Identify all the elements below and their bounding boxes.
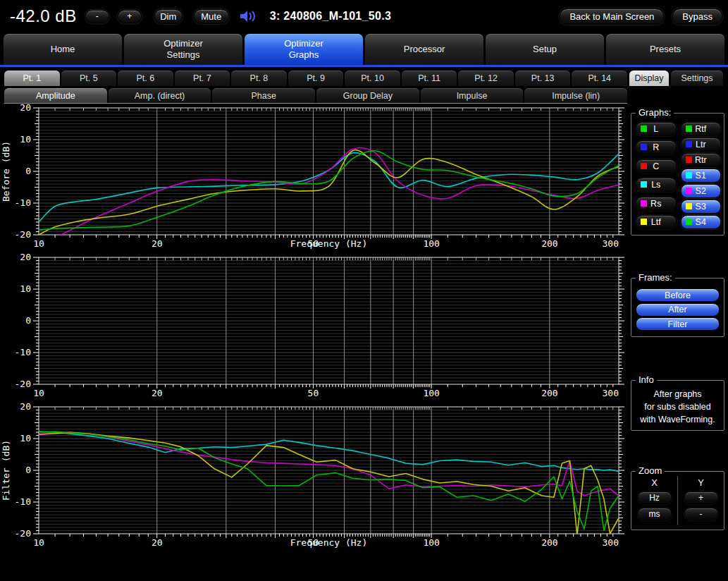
tab-optimizer-settings[interactable]: Optimizer Settings [124, 34, 242, 65]
frames-section: Frames: BeforeAfterFilter [631, 278, 724, 337]
tab-impulse-lin[interactable]: Impulse (lin) [524, 88, 627, 103]
tab-optimizer-graphs[interactable]: Optimizer Graphs [245, 34, 363, 65]
channel-label: S1 [696, 171, 706, 181]
info-line: After graphs [633, 388, 722, 400]
tab-amp-direct[interactable]: Amp. (direct) [109, 88, 211, 103]
top-bar: -42.0 dB - + Dim Mute 3: 240806_M-101_50… [0, 0, 728, 32]
channel-button-r[interactable]: R [636, 140, 677, 154]
graphs-section-title: Graphs: [636, 107, 674, 118]
channel-color-swatch [641, 144, 647, 150]
dim-button[interactable]: Dim [154, 9, 183, 24]
volume-up-button[interactable]: + [118, 10, 142, 23]
tab-home[interactable]: Home [4, 34, 122, 65]
tab-setup[interactable]: Setup [486, 34, 604, 65]
zoom-x-hz-button[interactable]: Hz [638, 491, 672, 504]
zoom-y-column: Y + - [677, 476, 724, 525]
channel-button-ltf[interactable]: Ltf [636, 215, 677, 229]
bypass-button[interactable]: Bypass [672, 8, 722, 25]
channel-label: Rtf [695, 124, 706, 134]
channel-button-l[interactable]: L [636, 122, 677, 136]
channel-button-rtr[interactable]: Rtr [681, 153, 722, 167]
svg-text:-20: -20 [15, 379, 31, 389]
frame-button-after[interactable]: After [636, 303, 720, 317]
channel-button-rtf[interactable]: Rtf [681, 122, 722, 136]
svg-text:300: 300 [603, 238, 619, 249]
svg-text:300: 300 [603, 388, 619, 398]
info-line: for subs disabled [633, 400, 722, 413]
zoom-y-label: Y [698, 477, 704, 488]
tab-pt-1[interactable]: Pt. 1 [4, 71, 60, 86]
svg-text:10: 10 [20, 134, 31, 145]
channel-label: R [653, 142, 659, 152]
tab-group-delay[interactable]: Group Delay [316, 88, 419, 103]
sidebar: Graphs: LRCLsRsLtf RtfLtrRtrS1S2S3S4 Fra… [629, 106, 726, 557]
channel-button-ltr[interactable]: Ltr [681, 137, 722, 152]
svg-text:100: 100 [423, 537, 439, 548]
zoom-y-plus-button[interactable]: + [684, 491, 718, 504]
tab-processor[interactable]: Processor [365, 34, 483, 65]
tab-pt-9[interactable]: Pt. 9 [288, 71, 344, 86]
volume-down-button[interactable]: - [85, 10, 109, 23]
frame-button-filter[interactable]: Filter [636, 317, 720, 331]
svg-text:Frequency (Hz): Frequency (Hz) [290, 238, 368, 249]
before-graph: -20-1001020Before (dB)102050100200300Fre… [0, 104, 627, 254]
tab-amplitude[interactable]: Amplitude [4, 88, 107, 103]
tab-impulse[interactable]: Impulse [421, 88, 524, 103]
svg-text:10: 10 [20, 283, 31, 294]
channel-button-rs[interactable]: Rs [636, 197, 677, 211]
frame-button-before[interactable]: Before [636, 288, 720, 302]
channel-column-left: LRCLsRsLtf [636, 122, 677, 229]
channel-button-s1[interactable]: S1 [681, 169, 722, 183]
channel-button-s3[interactable]: S3 [681, 200, 722, 214]
svg-text:Before (dB): Before (dB) [1, 141, 11, 202]
svg-text:-10: -10 [15, 197, 31, 208]
tab-pt-11[interactable]: Pt. 11 [402, 71, 457, 86]
after-graph: -20-1001020102050100200300 [0, 254, 627, 403]
tab-pt-14[interactable]: Pt. 14 [572, 71, 627, 86]
channel-label: S3 [696, 202, 706, 212]
zoom-section: Zoom X Hz ms Y + - [631, 471, 724, 530]
svg-text:20: 20 [152, 238, 163, 249]
channel-color-swatch [686, 188, 692, 194]
svg-text:20: 20 [20, 403, 31, 412]
tab-pt-5[interactable]: Pt. 5 [61, 71, 117, 86]
tab-pt-10[interactable]: Pt. 10 [345, 71, 400, 86]
mute-button[interactable]: Mute [194, 9, 229, 24]
channel-color-swatch [686, 203, 692, 209]
tab-presets[interactable]: Presets [606, 34, 724, 65]
tab-settings[interactable]: Settings [671, 71, 723, 86]
channel-label: Ls [651, 180, 660, 190]
channel-button-s2[interactable]: S2 [681, 184, 722, 198]
zoom-y-minus-button[interactable]: - [684, 508, 718, 520]
graphs-section: Graphs: LRCLsRsLtf RtfLtrRtrS1S2S3S4 [631, 113, 724, 236]
channel-label: Rs [650, 199, 661, 209]
channel-label: C [653, 161, 659, 171]
svg-text:Filter (dB): Filter (dB) [1, 440, 11, 501]
svg-text:Frequency (Hz): Frequency (Hz) [290, 537, 368, 548]
zoom-x-ms-button[interactable]: ms [638, 508, 672, 520]
channel-button-c[interactable]: C [636, 159, 677, 173]
tab-pt-7[interactable]: Pt. 7 [175, 71, 230, 86]
tab-phase[interactable]: Phase [212, 88, 315, 103]
zoom-x-column: X Hz ms [631, 476, 677, 525]
tab-pt-13[interactable]: Pt. 13 [515, 71, 571, 86]
channel-color-swatch [641, 181, 647, 188]
back-to-main-button[interactable]: Back to Main Screen [560, 8, 664, 25]
channel-button-s4[interactable]: S4 [681, 215, 722, 229]
preset-title: 3: 240806_M-101_50.3 [270, 10, 391, 23]
channel-label: S2 [696, 186, 706, 196]
frames-buttons: BeforeAfterFilter [636, 288, 720, 331]
svg-text:-10: -10 [15, 496, 31, 507]
svg-text:-20: -20 [15, 528, 31, 539]
svg-text:10: 10 [20, 433, 31, 444]
view-tabs: DisplaySettings [629, 71, 723, 86]
tab-pt-6[interactable]: Pt. 6 [118, 71, 173, 86]
svg-text:200: 200 [541, 537, 557, 548]
tab-display[interactable]: Display [629, 71, 669, 86]
svg-text:20: 20 [152, 388, 163, 398]
svg-text:20: 20 [152, 537, 163, 548]
tab-pt-8[interactable]: Pt. 8 [231, 71, 287, 86]
tab-pt-12[interactable]: Pt. 12 [458, 71, 514, 86]
channel-button-ls[interactable]: Ls [636, 178, 677, 192]
nav-underline [0, 65, 728, 67]
